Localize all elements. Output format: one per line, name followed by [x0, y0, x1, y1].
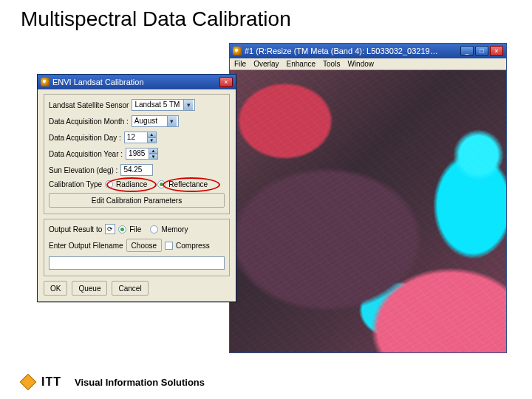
sun-elevation-input[interactable]: 54.25	[120, 164, 153, 176]
slide-title: Multispectral Data Calibration	[21, 7, 291, 31]
output-file-radio[interactable]	[118, 225, 126, 233]
output-file-label: File	[129, 225, 141, 233]
cancel-button[interactable]: Cancel	[112, 281, 148, 296]
sensor-select[interactable]: Landsat 5 TM	[132, 99, 195, 111]
year-spinner[interactable]: 1985 ▲▼	[126, 148, 158, 160]
queue-button[interactable]: Queue	[72, 281, 107, 296]
dialog-titlebar[interactable]: ENVI Landsat Calibration ×	[38, 75, 236, 89]
output-filename-label: Enter Output Filename	[49, 242, 123, 250]
calibration-dialog: ENVI Landsat Calibration × Landsat Satel…	[37, 74, 236, 302]
output-memory-radio[interactable]	[150, 225, 158, 233]
reflectance-label: Reflectance	[168, 180, 208, 188]
viewer-titlebar[interactable]: #1 (R:Resize (TM Meta (Band 4): L5033032…	[230, 44, 506, 58]
menu-overlay[interactable]: Overlay	[253, 60, 279, 68]
close-button[interactable]: ×	[490, 46, 503, 56]
spinner-down-icon[interactable]: ▼	[149, 154, 158, 160]
output-filename-input[interactable]	[49, 256, 225, 270]
menu-tools[interactable]: Tools	[323, 60, 340, 68]
spinner-up-icon[interactable]: ▲	[149, 148, 158, 154]
output-result-label: Output Result to	[49, 225, 102, 233]
sun-label: Sun Elevation (deg) :	[49, 166, 117, 174]
output-target-toggle[interactable]: ⟳	[105, 224, 115, 234]
edit-cal-params-button[interactable]: Edit Calibration Parameters	[49, 193, 225, 208]
viewer-title: #1 (R:Resize (TM Meta (Band 4): L5033032…	[245, 47, 457, 55]
day-spinner[interactable]: 12 ▲▼	[124, 132, 157, 143]
app-icon	[41, 78, 50, 86]
compress-label: Compress	[176, 242, 210, 250]
reflectance-radio[interactable]	[157, 180, 166, 188]
viewer-menubar: File Overlay Enhance Tools Window	[230, 58, 506, 70]
month-label: Data Acquisition Month :	[49, 117, 129, 126]
radiance-radio[interactable]	[105, 180, 113, 188]
month-select[interactable]: August	[132, 115, 179, 127]
menu-file[interactable]: File	[234, 60, 246, 68]
app-icon	[233, 47, 242, 55]
ok-button[interactable]: OK	[44, 281, 67, 296]
company-tagline: Visual Information Solutions	[75, 377, 205, 388]
company-logo-icon	[20, 374, 37, 391]
company-name: ITT	[41, 375, 61, 389]
sensor-label: Landsat Satellite Sensor	[49, 101, 129, 109]
compress-checkbox[interactable]	[165, 242, 173, 250]
output-group: Output Result to ⟳ File Memory Enter Out…	[44, 219, 230, 276]
spinner-down-icon[interactable]: ▼	[148, 137, 157, 143]
satellite-image[interactable]	[230, 70, 506, 352]
year-label: Data Acquisition Year :	[49, 150, 123, 158]
caltype-label: Calibration Type	[49, 180, 102, 188]
maximize-button[interactable]: □	[475, 46, 488, 56]
dialog-close-button[interactable]: ×	[219, 77, 233, 87]
menu-enhance[interactable]: Enhance	[287, 60, 316, 68]
menu-window[interactable]: Window	[347, 60, 374, 68]
dialog-title: ENVI Landsat Calibration	[52, 78, 216, 86]
choose-file-button[interactable]: Choose	[126, 239, 162, 252]
radiance-label: Radiance	[116, 180, 147, 188]
minimize-button[interactable]: _	[460, 46, 474, 56]
output-memory-label: Memory	[161, 225, 188, 233]
day-label: Data Acquisition Day :	[49, 134, 121, 142]
footer: ITT Visual Information Solutions	[22, 375, 205, 389]
parameters-group: Landsat Satellite Sensor Landsat 5 TM Da…	[44, 94, 230, 214]
spinner-up-icon[interactable]: ▲	[148, 132, 157, 137]
image-viewer-window: #1 (R:Resize (TM Meta (Band 4): L5033032…	[229, 43, 507, 353]
